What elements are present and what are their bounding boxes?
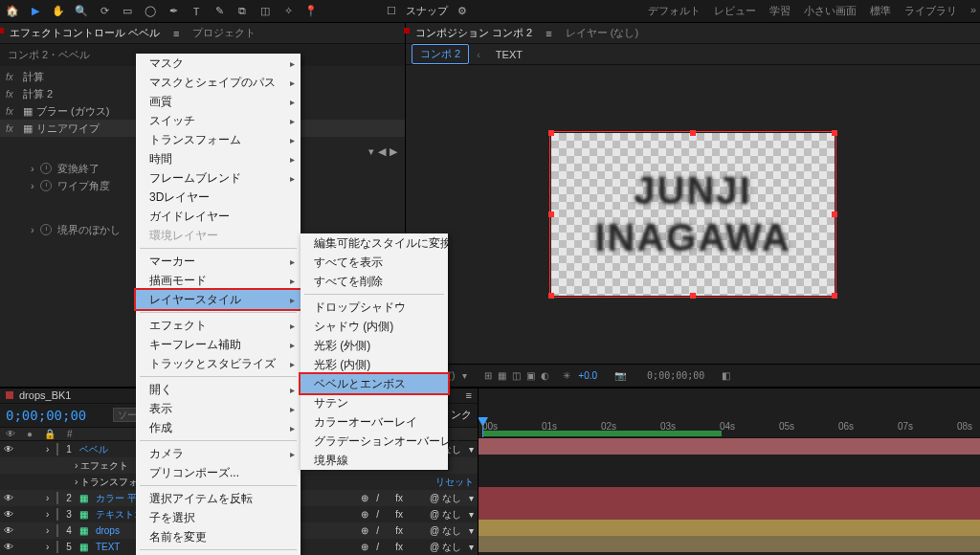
- handle-icon[interactable]: [832, 130, 837, 136]
- layer-bar[interactable]: [479, 487, 980, 503]
- panel-menu-icon[interactable]: ≡: [546, 28, 551, 39]
- workspace-learn[interactable]: 学習: [769, 4, 791, 18]
- snap-checkbox[interactable]: ☐: [383, 3, 400, 20]
- time-ruler[interactable]: 00s01s02s03s04s05s06s07s08s: [479, 388, 980, 438]
- menu-item[interactable]: エフェクト: [136, 316, 301, 335]
- brush-tool-icon[interactable]: ✎: [211, 3, 228, 20]
- menu-item[interactable]: トランスフォーム: [136, 130, 301, 149]
- puppet-tool-icon[interactable]: 📍: [302, 3, 320, 20]
- submenu-item[interactable]: シャドウ (内側): [301, 317, 448, 336]
- menu-item[interactable]: 描画モード: [136, 271, 301, 290]
- nav-arrows[interactable]: ▾◀▶: [368, 145, 397, 158]
- channel-icon[interactable]: ◐: [541, 370, 549, 381]
- panel-menu-icon[interactable]: ≡: [466, 389, 472, 401]
- menu-item[interactable]: 子を選択: [136, 508, 301, 527]
- submenu-item[interactable]: 光彩 (内側): [301, 355, 448, 374]
- home-icon[interactable]: 🏠: [4, 3, 21, 20]
- orbit-tool-icon[interactable]: ⟳: [96, 3, 113, 20]
- menu-item[interactable]: 作成: [136, 418, 301, 437]
- handle-icon[interactable]: [690, 293, 696, 299]
- layer-bar[interactable]: [479, 536, 980, 552]
- hand-tool-icon[interactable]: ✋: [50, 3, 67, 20]
- stopwatch-icon[interactable]: [40, 224, 52, 235]
- handle-icon[interactable]: [548, 130, 554, 136]
- handle-icon[interactable]: [832, 211, 837, 217]
- zoom-tool-icon[interactable]: 🔍: [73, 3, 90, 20]
- clone-tool-icon[interactable]: ⧉: [234, 3, 251, 20]
- menu-item[interactable]: マスク: [136, 54, 301, 73]
- handle-icon[interactable]: [548, 293, 554, 299]
- draft-icon[interactable]: ◧: [722, 370, 730, 381]
- menu-item[interactable]: レイヤースタイル: [136, 290, 301, 309]
- menu-item[interactable]: ガイドレイヤー: [136, 207, 301, 226]
- submenu-item[interactable]: 編集可能なスタイルに変換: [301, 233, 448, 253]
- menu-item[interactable]: マーカー: [136, 252, 301, 271]
- eraser-tool-icon[interactable]: ◫: [256, 3, 274, 20]
- submenu-item[interactable]: グラデーションオーバーレイ: [301, 432, 448, 451]
- mask-icon[interactable]: ◫: [512, 370, 521, 381]
- menu-item[interactable]: 表示: [136, 399, 301, 418]
- timeline-tracks[interactable]: 00s01s02s03s04s05s06s07s08s: [479, 388, 980, 555]
- submenu-item[interactable]: すべてを表示: [301, 253, 448, 272]
- submenu-item[interactable]: すべてを削除: [301, 272, 448, 291]
- pen-tool-icon[interactable]: ✒: [165, 3, 182, 20]
- selection-tool-icon[interactable]: ▶: [27, 3, 44, 20]
- workspace-default[interactable]: デフォルト: [648, 4, 701, 18]
- guides-icon[interactable]: ▦: [498, 370, 506, 381]
- menu-item[interactable]: 選択アイテムを反転: [136, 489, 301, 508]
- submenu-item[interactable]: カラーオーバーレイ: [301, 412, 448, 432]
- tab-project[interactable]: プロジェクト: [189, 24, 259, 42]
- submenu-item[interactable]: サテン: [301, 393, 448, 412]
- type-tool-icon[interactable]: T: [188, 3, 205, 20]
- workspace-small[interactable]: 小さい画面: [804, 4, 857, 18]
- menu-item[interactable]: キーフレーム補助: [136, 335, 301, 354]
- menu-item[interactable]: マスクとシェイプのパス: [136, 73, 301, 92]
- menu-item[interactable]: スイッチ: [136, 111, 301, 130]
- timeline-tab[interactable]: drops_BK1: [19, 389, 71, 401]
- workspace-review[interactable]: レビュー: [714, 4, 756, 18]
- canvas[interactable]: JUNJI INAGAWA: [551, 133, 835, 296]
- timecode[interactable]: 0;00;00;00: [6, 408, 86, 423]
- snap-options-icon[interactable]: ⚙: [454, 3, 471, 20]
- tab-layer[interactable]: レイヤー (なし): [562, 24, 642, 42]
- submenu-item[interactable]: ベベルとエンボス: [301, 374, 448, 393]
- menu-item[interactable]: 3Dレイヤー: [136, 188, 301, 207]
- exposure-value[interactable]: +0.0: [578, 370, 597, 381]
- submenu-item[interactable]: 境界線: [301, 451, 448, 470]
- breadcrumb-item[interactable]: TEXT: [488, 47, 530, 62]
- handle-icon[interactable]: [832, 293, 837, 299]
- adjust-icon[interactable]: ✳: [563, 370, 570, 381]
- menu-item[interactable]: 画質: [136, 92, 301, 111]
- breadcrumb-active[interactable]: コンポ 2: [412, 44, 469, 64]
- menu-item[interactable]: 名前を変更: [136, 527, 301, 546]
- menu-item[interactable]: トラックとスタビライズ: [136, 354, 301, 373]
- menu-item[interactable]: カメラ: [136, 444, 301, 463]
- snapshot-icon[interactable]: 📷: [614, 370, 626, 381]
- tab-composition[interactable]: コンポジション コンポ 2: [412, 24, 536, 42]
- workspace-more-icon[interactable]: »: [970, 4, 976, 18]
- stopwatch-icon[interactable]: [40, 163, 52, 174]
- workspace-standard[interactable]: 標準: [870, 4, 891, 18]
- handle-icon[interactable]: [548, 211, 554, 217]
- submenu-item[interactable]: ドロップシャドウ: [301, 298, 448, 317]
- region-icon[interactable]: ▣: [526, 370, 535, 381]
- menu-item[interactable]: フレームブレンド: [136, 168, 301, 188]
- menu-item[interactable]: 時間: [136, 149, 301, 168]
- ellipse-tool-icon[interactable]: ◯: [142, 3, 159, 20]
- composition-viewer[interactable]: JUNJI INAGAWA: [406, 65, 980, 364]
- workspace-library[interactable]: ライブラリ: [904, 4, 957, 18]
- roto-tool-icon[interactable]: ✧: [279, 3, 297, 20]
- time-display[interactable]: 0;00;00;00: [647, 370, 704, 381]
- layer-bar[interactable]: [479, 520, 980, 536]
- rect-tool-icon[interactable]: ▭: [119, 3, 136, 20]
- menu-item[interactable]: プリコンポーズ...: [136, 463, 301, 482]
- panel-menu-icon[interactable]: ≡: [173, 28, 179, 39]
- layer-bar[interactable]: [479, 438, 980, 455]
- menu-item[interactable]: 開く: [136, 380, 301, 399]
- grid-icon[interactable]: ⊞: [484, 370, 492, 381]
- handle-icon[interactable]: [690, 130, 696, 136]
- tab-effect-controls[interactable]: エフェクトコントロール ベベル: [6, 24, 164, 42]
- stopwatch-icon[interactable]: [40, 180, 52, 191]
- layer-bar[interactable]: [479, 503, 980, 520]
- submenu-item[interactable]: 光彩 (外側): [301, 336, 448, 355]
